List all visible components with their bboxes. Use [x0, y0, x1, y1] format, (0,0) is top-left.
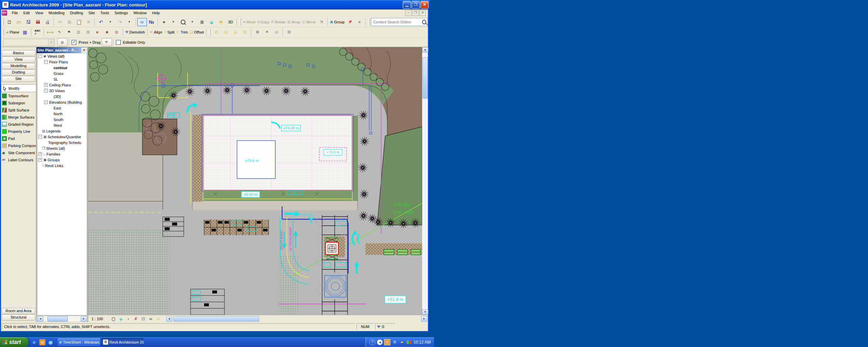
scrollbar-thumb[interactable] — [47, 316, 68, 322]
zoom-region-button[interactable]: ⌖ — [159, 18, 169, 26]
tree-item-schedules[interactable]: −▦Schedules/Quantitie — [37, 134, 87, 140]
unjoin-geometry-button[interactable]: ◱ — [221, 28, 231, 36]
uncut-geometry-button[interactable]: ◳ — [240, 28, 250, 36]
clock-app-icon[interactable]: ◷ — [39, 339, 45, 345]
browser-close-icon[interactable]: ✕ — [81, 48, 87, 53]
show-crop-icon[interactable]: ⊡ — [140, 316, 146, 322]
move-button[interactable]: ⇹Move — [242, 18, 257, 26]
type-selector-combo[interactable]: ▼ — [3, 39, 55, 46]
print-button[interactable]: 🖨 — [43, 18, 52, 26]
toolbar-grip[interactable] — [209, 28, 211, 36]
redo-button[interactable]: ↷ — [115, 18, 125, 26]
whats-this-button[interactable]: № — [147, 18, 156, 26]
tree-item-ceiling-plans[interactable]: +Ceiling Plans — [37, 82, 87, 88]
toolbar-grip[interactable] — [2, 28, 4, 36]
match-type-button[interactable]: ▤ — [272, 28, 281, 36]
model-graphics-icon[interactable]: ⬙ — [118, 316, 124, 322]
lightbulb-icon[interactable]: ☼ — [155, 316, 161, 322]
shadows-icon[interactable]: ◗ — [125, 316, 132, 322]
menu-file[interactable]: File — [9, 10, 21, 16]
zoom-back-dropdown[interactable]: ▼ — [188, 18, 197, 26]
clock-tray-icon[interactable]: ◷ — [384, 339, 390, 345]
display-tray-icon[interactable] — [406, 340, 412, 345]
tree-item-elevations[interactable]: −Elevations (Building — [37, 99, 87, 105]
tree-item-north[interactable]: North — [37, 111, 87, 117]
join-geometry-button[interactable]: ◰ — [212, 28, 221, 36]
region-button[interactable]: ▨ — [112, 28, 121, 36]
zoom-dropdown[interactable]: ▼ — [169, 18, 178, 26]
paint-button[interactable]: ⬖ — [93, 28, 102, 36]
undo-dropdown[interactable]: ▼ — [106, 18, 115, 26]
slab-edge-button[interactable]: ≝ — [262, 28, 272, 36]
link-button[interactable]: ⧈ — [355, 18, 364, 26]
project-browser-toggle[interactable]: 🗂 — [137, 18, 147, 26]
scroll-right-icon[interactable]: ► — [421, 316, 427, 322]
menu-drafting[interactable]: Drafting — [67, 10, 86, 16]
thin-lines-button[interactable]: ≣ — [197, 18, 207, 26]
taskbar-task-revit[interactable]: R Revit Architecture 20... — [101, 338, 144, 346]
toolbar-grip[interactable] — [368, 18, 370, 26]
demolish-button[interactable]: ⚒Demolish — [124, 28, 146, 36]
selection-filter-indicator[interactable]: :0 — [375, 323, 396, 330]
linework-button[interactable]: ⊟ — [284, 28, 294, 36]
paste-button[interactable]: 📋 — [74, 18, 84, 26]
scroll-right-icon[interactable]: ► — [81, 316, 87, 322]
title-bar[interactable]: R Revit Architecture 2009 - [Site Plan_a… — [1, 0, 430, 9]
save-button[interactable]: 🖫 — [24, 18, 33, 26]
save-to-central-button[interactable]: 🖬 — [33, 18, 43, 26]
selected-elevator-core[interactable] — [326, 242, 338, 254]
tool-subregion[interactable]: Subregion — [1, 99, 36, 106]
menu-site[interactable]: Site — [86, 10, 98, 16]
tree-item-west[interactable]: West — [37, 122, 87, 128]
tool-parking-component[interactable]: Parking Compon — [1, 142, 36, 149]
new-button[interactable]: 🗋 — [5, 18, 14, 26]
shading-button[interactable]: ⬙ — [207, 18, 216, 26]
scroll-down-icon[interactable]: ▼ — [422, 309, 428, 315]
mdi-close-button[interactable]: ✕ — [419, 10, 426, 16]
tree-item-families[interactable]: +⌂Families — [37, 151, 87, 157]
dimension-button[interactable]: ⟷ — [45, 28, 55, 36]
menu-tools[interactable]: Tools — [98, 10, 112, 16]
drawing-area[interactable]: DN TO BSMT. UP FROM BSMT. — [88, 47, 422, 315]
cut-geometry-button[interactable]: ◲ — [231, 28, 240, 36]
canvas-vertical-scrollbar[interactable]: ▲ ▼ — [422, 47, 428, 315]
properties-button[interactable]: 🗉 — [57, 38, 67, 46]
mirror-button[interactable]: ◫Mirror — [301, 18, 317, 26]
rotate-button[interactable]: ⟳Rotate — [270, 18, 287, 26]
tree-item-3d[interactable]: {3D} — [37, 94, 87, 99]
scroll-left-icon[interactable]: ◄ — [166, 316, 172, 322]
menu-settings[interactable]: Settings — [112, 10, 131, 16]
menu-modelling[interactable]: Modelling — [46, 10, 67, 16]
tree-item-east[interactable]: East — [37, 105, 87, 111]
cut-button[interactable]: ✂ — [55, 18, 65, 26]
scrollbar-thumb[interactable] — [422, 57, 428, 99]
tool-graded-region[interactable]: Graded Region — [1, 121, 36, 128]
designbar-tab-view[interactable]: View — [2, 57, 35, 63]
section-button[interactable]: ◫ — [74, 28, 83, 36]
work-plane-button[interactable]: ⊿Plane — [5, 28, 20, 36]
tree-item-3d-views[interactable]: −3D Views — [37, 88, 87, 94]
menu-view[interactable]: View — [33, 10, 46, 16]
tree-item-contour[interactable]: contour — [37, 65, 87, 70]
grid-button[interactable]: ▦ — [20, 28, 30, 36]
designbar-tab-modelling[interactable]: Modelling — [2, 63, 35, 69]
internet-explorer-icon[interactable]: e — [31, 339, 37, 345]
search-icon[interactable] — [422, 20, 426, 24]
taskbar-task-timesheet[interactable]: e TimeSheet - Windows... — [58, 338, 100, 346]
tool-merge-surfaces[interactable]: Merge Surfaces — [1, 114, 36, 121]
tray-clock[interactable]: 10:12 AM — [413, 340, 431, 345]
undo-button[interactable]: ↶ — [96, 18, 106, 26]
close-button[interactable]: ✕ — [420, 1, 429, 9]
redo-dropdown[interactable]: ▼ — [125, 18, 134, 26]
zoom-button[interactable] — [178, 18, 188, 26]
minimize-button[interactable]: ▁ — [403, 1, 411, 9]
designbar-tab-basics[interactable]: Basics — [2, 50, 35, 56]
pin-button[interactable]: 📌 — [345, 18, 355, 26]
callout-button[interactable]: ◳ — [83, 28, 93, 36]
reveal-hidden-icon[interactable]: ∞ — [148, 316, 154, 322]
menu-edit[interactable]: Edit — [21, 10, 33, 16]
media-player-icon[interactable]: ◉ — [47, 339, 54, 345]
search-input[interactable] — [373, 20, 422, 24]
tree-item-floor-plans[interactable]: −Floor Plans — [37, 59, 87, 65]
wall-join-button[interactable]: ⊞ — [253, 28, 262, 36]
